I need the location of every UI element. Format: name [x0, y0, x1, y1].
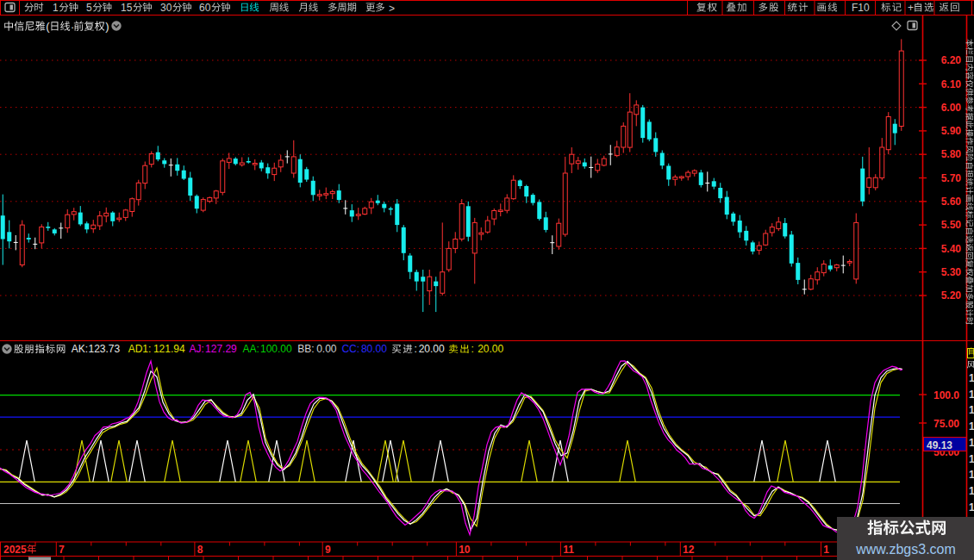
- svg-text:5.50: 5.50: [941, 219, 962, 231]
- svg-text:127.29: 127.29: [205, 343, 237, 355]
- svg-text::: :: [471, 343, 473, 355]
- svg-text:1: 1: [53, 2, 59, 14]
- svg-text:12: 12: [683, 544, 695, 556]
- svg-text:10: 10: [459, 544, 471, 556]
- svg-text:30: 30: [160, 2, 172, 14]
- svg-text:): ): [105, 20, 109, 33]
- svg-text::: :: [415, 343, 417, 355]
- svg-text:6.20: 6.20: [941, 54, 962, 66]
- svg-text:1: 1: [969, 453, 974, 465]
- svg-text:>: >: [389, 3, 395, 15]
- svg-text:5.60: 5.60: [941, 196, 962, 208]
- svg-text:1: 1: [969, 501, 974, 513]
- svg-text:20.00: 20.00: [478, 343, 503, 355]
- svg-text:2025: 2025: [3, 544, 27, 556]
- svg-text:AJ:: AJ:: [189, 343, 203, 355]
- svg-text:1: 1: [969, 389, 974, 401]
- svg-text:100.00: 100.00: [260, 343, 292, 355]
- svg-text:20.00: 20.00: [419, 343, 445, 355]
- svg-text:AD1:: AD1:: [128, 343, 152, 355]
- svg-text:1: 1: [969, 372, 974, 384]
- svg-text:AA:: AA:: [243, 343, 259, 355]
- svg-text:www.zbgs3.com: www.zbgs3.com: [855, 542, 956, 557]
- svg-text:60: 60: [199, 2, 211, 14]
- svg-text:1: 1: [969, 485, 974, 497]
- svg-text:+: +: [908, 2, 914, 14]
- svg-text:5: 5: [86, 2, 92, 14]
- svg-text:5.90: 5.90: [941, 125, 962, 137]
- svg-text:121.94: 121.94: [153, 343, 185, 355]
- svg-text:CC:: CC:: [341, 343, 359, 355]
- svg-text:6.00: 6.00: [941, 102, 962, 114]
- svg-text:6.10: 6.10: [941, 78, 962, 90]
- svg-text:5.80: 5.80: [941, 148, 962, 160]
- svg-text:7: 7: [59, 544, 65, 556]
- svg-text:15: 15: [121, 2, 133, 14]
- svg-text:100.0: 100.0: [933, 389, 959, 401]
- svg-text:0.00: 0.00: [316, 343, 337, 355]
- svg-text:1: 1: [969, 437, 974, 449]
- svg-text:F10: F10: [852, 2, 870, 14]
- svg-text:1: 1: [969, 469, 974, 481]
- svg-text:(: (: [46, 20, 50, 33]
- svg-text:123.73: 123.73: [89, 343, 121, 355]
- svg-text:80.00: 80.00: [361, 343, 387, 355]
- svg-text:5.40: 5.40: [941, 243, 962, 255]
- svg-text:11: 11: [563, 544, 574, 556]
- svg-text:1: 1: [969, 420, 974, 432]
- svg-text:49.13: 49.13: [927, 439, 952, 451]
- svg-text:.: .: [71, 18, 74, 31]
- svg-text:1: 1: [823, 544, 829, 556]
- svg-text:9: 9: [325, 544, 331, 556]
- svg-text:BB:: BB:: [297, 343, 314, 355]
- svg-text:AK:: AK:: [72, 343, 88, 355]
- svg-text:8: 8: [197, 544, 203, 556]
- svg-text:75.00: 75.00: [933, 418, 959, 430]
- svg-text:5.20: 5.20: [941, 289, 962, 302]
- svg-text:5.70: 5.70: [941, 172, 962, 184]
- svg-text:1: 1: [969, 404, 974, 416]
- svg-text:5.30: 5.30: [941, 266, 962, 278]
